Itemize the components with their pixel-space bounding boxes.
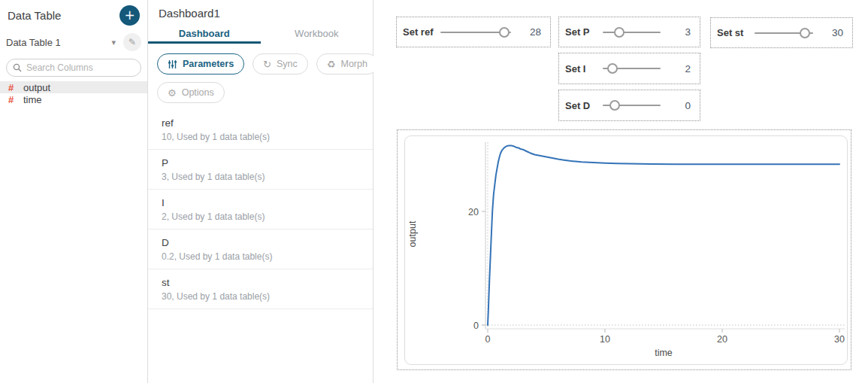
parameter-item-ref[interactable]: ref 10, Used by 1 data table(s) (148, 110, 373, 150)
svg-text:0: 0 (485, 334, 491, 345)
slider-thumb[interactable] (607, 63, 618, 74)
data-table-selector: Data Table 1 ▾ ✎ (0, 29, 147, 56)
search-columns-box (6, 59, 141, 77)
slider-track[interactable] (440, 32, 511, 33)
parameter-name: P (162, 157, 362, 169)
slider-track[interactable] (603, 105, 661, 106)
search-columns-input[interactable] (26, 62, 135, 73)
slider-value: 2 (671, 63, 691, 74)
parameter-item-st[interactable]: st 30, Used by 1 data table(s) (148, 269, 373, 309)
numeric-column-icon: # (8, 82, 17, 93)
parameter-name: ref (162, 117, 362, 129)
slider-thumb[interactable] (614, 27, 625, 38)
svg-text:output: output (407, 220, 418, 247)
slider-label: Set ref (403, 26, 437, 38)
parameter-name: I (162, 196, 362, 209)
slider-set-p: Set P 3 (558, 17, 700, 47)
svg-text:time: time (655, 348, 673, 358)
slider-value: 30 (824, 27, 843, 38)
slider-track[interactable] (755, 32, 813, 34)
parameter-detail: 30, Used by 1 data table(s) (162, 290, 362, 302)
parameters-button-label: Parameters (183, 59, 234, 69)
edit-data-table-button[interactable]: ✎ (123, 33, 141, 51)
output-vs-time-chart: 0102030020timeoutput (405, 136, 848, 366)
slider-track[interactable] (603, 32, 661, 33)
chart-container: 0102030020timeoutput (397, 129, 851, 370)
slider-thumb[interactable] (609, 100, 620, 111)
parameter-list: ref 10, Used by 1 data table(s) P 3, Use… (148, 110, 373, 309)
slider-set-i: Set I 2 (558, 53, 700, 84)
toolbar-row-2: ⚙ Options (157, 82, 366, 103)
morph-button[interactable]: ♻ Morph (316, 53, 378, 74)
app-window: Data Table + Data Table 1 ▾ ✎ # output #… (0, 0, 868, 383)
sidebar-header: Data Table + (0, 0, 147, 29)
sync-icon: ↻ (263, 59, 271, 69)
svg-text:0: 0 (473, 321, 479, 331)
parameter-item-p[interactable]: P 3, Used by 1 data table(s) (148, 150, 373, 190)
options-button[interactable]: ⚙ Options (157, 82, 225, 103)
options-button-label: Options (182, 87, 214, 98)
slider-thumb[interactable] (800, 28, 810, 38)
data-table-sidebar: Data Table + Data Table 1 ▾ ✎ # output #… (0, 0, 148, 383)
slider-label: Set D (565, 100, 600, 111)
column-item-output[interactable]: # output (0, 81, 147, 93)
chevron-down-icon[interactable]: ▾ (111, 38, 116, 47)
dashboard-panel: Dashboard1 Dashboard Workbook Parameters… (148, 0, 374, 383)
sliders-icon (168, 59, 177, 69)
slider-thumb[interactable] (499, 27, 510, 38)
data-table-name: Data Table 1 (6, 37, 111, 48)
morph-button-label: Morph (340, 59, 367, 69)
search-icon (13, 63, 22, 72)
dashboard-title: Dashboard1 (148, 0, 373, 28)
svg-text:20: 20 (468, 207, 479, 217)
column-list: # output # time (0, 81, 147, 105)
tab-workbook[interactable]: Workbook (261, 28, 374, 44)
slider-value: 28 (522, 26, 541, 38)
sync-button-label: Sync (277, 59, 298, 69)
slider-label: Set I (565, 63, 600, 74)
slider-set-st: Set st 30 (710, 17, 853, 48)
parameter-detail: 0.2, Used by 1 data table(s) (162, 251, 362, 263)
gear-icon: ⚙ (168, 88, 177, 98)
svg-text:30: 30 (834, 334, 845, 345)
slider-label: Set st (717, 27, 752, 38)
slider-value: 3 (671, 26, 691, 38)
chart-panel: 0102030020timeoutput (404, 135, 848, 365)
numeric-column-icon: # (8, 94, 17, 105)
slider-set-d: Set D 0 (558, 90, 700, 121)
pencil-icon: ✎ (129, 37, 136, 47)
sync-button[interactable]: ↻ Sync (253, 53, 308, 74)
slider-track[interactable] (603, 68, 661, 69)
parameters-button[interactable]: Parameters (157, 53, 244, 74)
tab-bar: Dashboard Workbook (148, 28, 373, 44)
dashboard-canvas: Set ref 28 Set P 3 Set I 2 Set D 0 Set s… (374, 0, 868, 383)
morph-recycle-icon: ♻ (327, 59, 336, 69)
toolbar-row-1: Parameters ↻ Sync ♻ Morph (157, 53, 366, 74)
parameter-detail: 2, Used by 1 data table(s) (162, 211, 362, 223)
parameter-name: D (162, 236, 362, 249)
slider-label: Set P (565, 26, 600, 38)
parameter-name: st (162, 276, 362, 289)
parameter-item-i[interactable]: I 2, Used by 1 data table(s) (148, 190, 373, 229)
column-item-time[interactable]: # time (0, 93, 147, 105)
tab-dashboard[interactable]: Dashboard (148, 28, 261, 44)
column-name: output (23, 82, 50, 93)
slider-value: 0 (671, 100, 691, 111)
sidebar-title: Data Table (8, 9, 61, 22)
slider-set-ref: Set ref 28 (396, 17, 551, 47)
parameter-detail: 10, Used by 1 data table(s) (162, 131, 362, 143)
add-data-table-button[interactable]: + (119, 5, 140, 26)
svg-text:10: 10 (600, 334, 610, 345)
parameter-detail: 3, Used by 1 data table(s) (162, 171, 362, 183)
parameter-item-d[interactable]: D 0.2, Used by 1 data table(s) (148, 229, 373, 269)
column-name: time (23, 94, 42, 105)
svg-text:20: 20 (717, 334, 727, 345)
